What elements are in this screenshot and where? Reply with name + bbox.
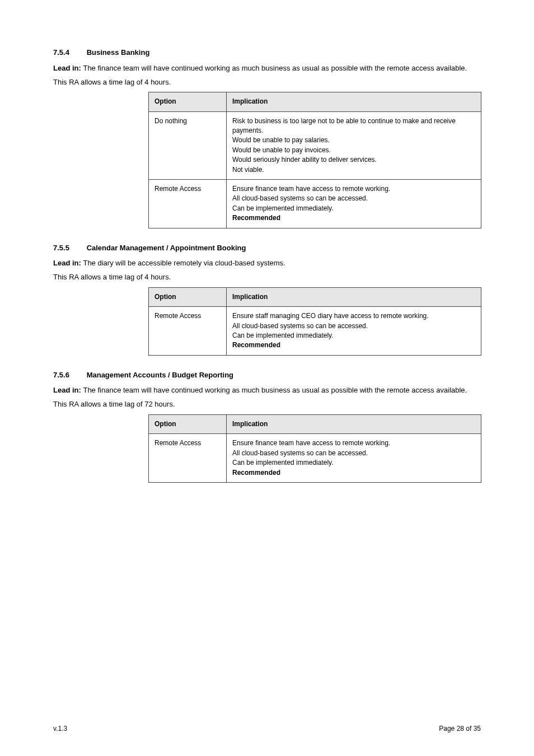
implication-line: All cloud-based systems so can be access… <box>232 322 368 330</box>
options-table: Option Implication Do nothing Risk to bu… <box>148 92 481 228</box>
page-footer: v.1.3 Page 28 of 35 <box>0 725 534 732</box>
section-body: This RA allows a time lag of 4 hours. <box>53 272 481 283</box>
section-lead: Lead in: The finance team will have cont… <box>53 63 481 73</box>
section-body: This RA allows a time lag of 72 hours. <box>53 399 481 410</box>
section-title: Calendar Management / Appointment Bookin… <box>87 244 246 252</box>
options-table: Option Implication Remote Access Ensure … <box>148 287 481 356</box>
section-7-5-6: 7.5.6 Management Accounts / Budget Repor… <box>53 370 481 483</box>
option-cell: Remote Access <box>149 179 227 228</box>
table-header-implication: Implication <box>227 414 481 433</box>
implication-line: All cloud-based systems so can be access… <box>232 194 368 202</box>
implication-cell: Ensure finance team have access to remot… <box>227 179 481 228</box>
section-lead: Lead in: The finance team will have cont… <box>53 385 481 395</box>
implication-cell: Risk to business is too large not to be … <box>227 111 481 179</box>
section-title: Management Accounts / Budget Reporting <box>87 371 233 379</box>
options-table: Option Implication Remote Access Ensure … <box>148 414 481 483</box>
implication-line: Ensure staff managing CEO diary have acc… <box>232 312 429 320</box>
implication-line: Would be unable to pay invoices. <box>232 146 331 154</box>
section-heading: 7.5.6 Management Accounts / Budget Repor… <box>53 370 481 380</box>
implication-line: Can be implemented immediately. <box>232 204 334 212</box>
implication-cell: Ensure finance team have access to remot… <box>227 434 481 483</box>
table-header-option: Option <box>149 414 227 433</box>
lead-text: The diary will be accessible remotely vi… <box>83 259 285 267</box>
table-header-row: Option Implication <box>149 92 481 111</box>
implication-line: Ensure finance team have access to remot… <box>232 185 390 193</box>
implication-line: Recommended <box>232 214 280 222</box>
footer-version: v.1.3 <box>53 725 67 732</box>
table-header-option: Option <box>149 287 227 306</box>
implication-line: Recommended <box>232 469 280 477</box>
table-row: Do nothing Risk to business is too large… <box>149 111 481 179</box>
lead-text: The finance team will have continued wor… <box>83 64 467 72</box>
options-table-wrap: Option Implication Remote Access Ensure … <box>148 414 481 483</box>
lead-text: The finance team will have continued wor… <box>83 386 467 394</box>
table-header-option: Option <box>149 92 227 111</box>
section-lead: Lead in: The diary will be accessible re… <box>53 258 481 268</box>
table-header-implication: Implication <box>227 92 481 111</box>
lead-label: Lead in: <box>53 386 83 394</box>
footer-page-number: Page 28 of 35 <box>439 725 481 732</box>
implication-line: Can be implemented immediately. <box>232 332 334 339</box>
implication-line: Not viable. <box>232 166 264 174</box>
table-row: Remote Access Ensure finance team have a… <box>149 434 481 483</box>
option-cell: Remote Access <box>149 434 227 483</box>
table-row: Remote Access Ensure finance team have a… <box>149 179 481 228</box>
section-heading: 7.5.5 Calendar Management / Appointment … <box>53 243 481 253</box>
implication-line: All cloud-based systems so can be access… <box>232 449 368 457</box>
implication-cell: Ensure staff managing CEO diary have acc… <box>227 307 481 356</box>
section-title: Business Banking <box>87 48 150 57</box>
table-header-row: Option Implication <box>149 287 481 306</box>
table-header-row: Option Implication <box>149 414 481 433</box>
section-heading: 7.5.4 Business Banking <box>53 48 481 58</box>
table-row: Remote Access Ensure staff managing CEO … <box>149 307 481 356</box>
table-header-implication: Implication <box>227 287 481 306</box>
lead-label: Lead in: <box>53 64 83 72</box>
section-body: This RA allows a time lag of 4 hours. <box>53 77 481 88</box>
options-table-wrap: Option Implication Do nothing Risk to bu… <box>148 92 481 228</box>
implication-line: Ensure finance team have access to remot… <box>232 439 390 447</box>
implication-line: Can be implemented immediately. <box>232 459 334 466</box>
section-number: 7.5.5 <box>53 243 85 253</box>
option-cell: Remote Access <box>149 307 227 356</box>
section-7-5-4: 7.5.4 Business Banking Lead in: The fina… <box>53 48 481 228</box>
option-cell: Do nothing <box>149 111 227 179</box>
section-7-5-5: 7.5.5 Calendar Management / Appointment … <box>53 243 481 356</box>
implication-line: Would be unable to pay salaries. <box>232 136 330 144</box>
options-table-wrap: Option Implication Remote Access Ensure … <box>148 287 481 356</box>
section-number: 7.5.6 <box>53 370 85 380</box>
document-page: 7.5.4 Business Banking Lead in: The fina… <box>0 0 534 756</box>
section-number: 7.5.4 <box>53 48 85 58</box>
implication-line: Risk to business is too large not to be … <box>232 117 456 134</box>
implication-line: Would seriously hinder ability to delive… <box>232 156 377 164</box>
implication-line: Recommended <box>232 341 280 349</box>
lead-label: Lead in: <box>53 259 83 267</box>
